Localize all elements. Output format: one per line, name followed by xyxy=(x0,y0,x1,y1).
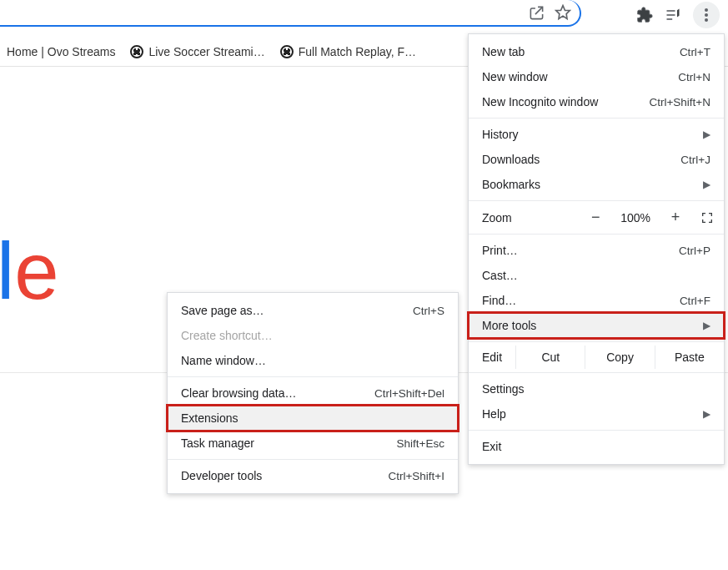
menu-item-label: History xyxy=(482,128,519,141)
submenu-item-task-manager[interactable]: Task manager Shift+Esc xyxy=(168,431,458,456)
menu-item-shortcut: Ctrl+P xyxy=(679,245,710,257)
menu-item-find[interactable]: Find… Ctrl+F xyxy=(469,288,724,313)
menu-item-label: New Incognito window xyxy=(482,95,598,108)
reading-list-icon[interactable] xyxy=(665,7,681,23)
menu-item-shortcut: Ctrl+Shift+I xyxy=(388,470,444,482)
menu-item-label: Edit xyxy=(469,346,515,369)
menu-item-help[interactable]: Help ▶ xyxy=(469,401,724,426)
menu-item-label: Save page as… xyxy=(181,304,264,317)
chrome-menu-icon[interactable] xyxy=(693,2,720,28)
menu-item-label: Exit xyxy=(482,440,501,453)
svg-point-6 xyxy=(705,18,708,22)
bookmark-item[interactable]: Home | Ovo Streams xyxy=(7,45,115,58)
chevron-right-icon: ▶ xyxy=(703,129,710,140)
menu-separator xyxy=(469,341,724,342)
menu-item-label: Name window… xyxy=(181,354,266,367)
menu-item-label: Find… xyxy=(482,294,516,307)
menu-item-shortcut: Ctrl+T xyxy=(680,46,710,58)
menu-item-label: New window xyxy=(482,70,548,83)
menu-item-cast[interactable]: Cast… xyxy=(469,263,724,288)
menu-item-new-tab[interactable]: New tab Ctrl+T xyxy=(469,39,724,64)
menu-item-print[interactable]: Print… Ctrl+P xyxy=(469,238,724,263)
menu-item-label: Print… xyxy=(482,244,518,257)
zoom-level: 100% xyxy=(620,211,650,224)
toolbar xyxy=(0,0,728,30)
menu-item-more-tools[interactable]: More tools ▶ xyxy=(469,313,724,338)
menu-item-zoom: Zoom − 100% + xyxy=(469,204,724,230)
menu-item-shortcut: Ctrl+N xyxy=(678,71,710,83)
svg-point-4 xyxy=(705,8,708,12)
menu-item-label: Clear browsing data… xyxy=(181,386,297,400)
zoom-in-button[interactable]: + xyxy=(667,209,684,226)
fullscreen-icon[interactable] xyxy=(700,211,714,224)
menu-item-history[interactable]: History ▶ xyxy=(469,122,724,147)
share-icon[interactable] xyxy=(528,4,545,21)
menu-item-label: Developer tools xyxy=(181,469,262,482)
submenu-item-save-page[interactable]: Save page as… Ctrl+S xyxy=(168,298,458,323)
menu-item-edit: Edit Cut Copy Paste xyxy=(469,346,724,369)
menu-item-shortcut: Ctrl+S xyxy=(413,305,444,317)
zoom-out-button[interactable]: − xyxy=(587,209,604,226)
menu-item-label: More tools xyxy=(482,319,536,332)
menu-item-shortcut: Ctrl+Shift+N xyxy=(649,96,710,108)
chevron-right-icon: ▶ xyxy=(703,320,710,331)
menu-item-shortcut: Ctrl+J xyxy=(680,154,710,166)
menu-item-new-incognito[interactable]: New Incognito window Ctrl+Shift+N xyxy=(469,89,724,114)
submenu-item-extensions[interactable]: Extensions xyxy=(168,406,458,431)
bookmark-label: Home | Ovo Streams xyxy=(7,45,115,58)
menu-item-exit[interactable]: Exit xyxy=(469,434,724,459)
svg-marker-0 xyxy=(556,6,570,19)
bookmark-item[interactable]: Live Soccer Streami… xyxy=(130,45,264,58)
logo-letter-l: l xyxy=(0,225,14,317)
bookmark-label: Live Soccer Streami… xyxy=(148,45,264,58)
menu-item-label: Create shortcut… xyxy=(181,329,273,342)
chevron-right-icon: ▶ xyxy=(703,179,710,190)
menu-item-shortcut: Shift+Esc xyxy=(397,437,444,450)
menu-item-label: Settings xyxy=(482,382,525,396)
logo-letter-e: e xyxy=(14,225,58,317)
menu-item-label: Extensions xyxy=(181,411,238,425)
menu-item-bookmarks[interactable]: Bookmarks ▶ xyxy=(469,172,724,197)
svg-point-5 xyxy=(705,13,708,17)
menu-item-downloads[interactable]: Downloads Ctrl+J xyxy=(469,147,724,172)
menu-separator xyxy=(469,372,724,373)
soccer-ball-icon xyxy=(130,45,143,58)
menu-item-settings[interactable]: Settings xyxy=(469,376,724,401)
menu-item-label: Bookmarks xyxy=(482,178,540,191)
menu-item-label: Cast… xyxy=(482,269,518,282)
menu-item-label: Task manager xyxy=(181,436,254,450)
edit-paste-button[interactable]: Paste xyxy=(655,346,724,369)
menu-item-label: New tab xyxy=(482,45,525,58)
chrome-overflow-menu: New tab Ctrl+T New window Ctrl+N New Inc… xyxy=(468,33,725,465)
menu-separator xyxy=(469,430,724,431)
menu-item-label: Help xyxy=(482,407,506,421)
menu-item-new-window[interactable]: New window Ctrl+N xyxy=(469,64,724,89)
more-tools-submenu: Save page as… Ctrl+S Create shortcut… Na… xyxy=(167,292,459,494)
bookmark-label: Full Match Replay, F… xyxy=(299,45,416,58)
submenu-item-clear-browsing-data[interactable]: Clear browsing data… Ctrl+Shift+Del xyxy=(168,381,458,406)
menu-item-shortcut: Ctrl+F xyxy=(680,295,710,307)
menu-item-label: Zoom xyxy=(482,211,512,224)
menu-separator xyxy=(168,459,458,460)
menu-item-shortcut: Ctrl+Shift+Del xyxy=(374,387,444,400)
omnibox[interactable] xyxy=(0,0,581,27)
submenu-item-developer-tools[interactable]: Developer tools Ctrl+Shift+I xyxy=(168,463,458,488)
menu-item-label: Downloads xyxy=(482,153,540,166)
edit-copy-button[interactable]: Copy xyxy=(585,346,654,369)
star-icon[interactable] xyxy=(555,4,571,21)
chevron-right-icon: ▶ xyxy=(703,408,710,420)
menu-separator xyxy=(168,376,458,377)
edit-cut-button[interactable]: Cut xyxy=(515,346,585,369)
submenu-item-create-shortcut[interactable]: Create shortcut… xyxy=(168,323,458,348)
submenu-item-name-window[interactable]: Name window… xyxy=(168,348,458,373)
puzzle-icon[interactable] xyxy=(636,7,653,23)
menu-separator xyxy=(469,234,724,235)
menu-separator xyxy=(469,118,724,119)
soccer-ball-icon xyxy=(280,45,294,58)
menu-separator xyxy=(469,200,724,201)
bookmark-item[interactable]: Full Match Replay, F… xyxy=(280,45,416,58)
google-logo-fragment: l e xyxy=(0,225,59,317)
